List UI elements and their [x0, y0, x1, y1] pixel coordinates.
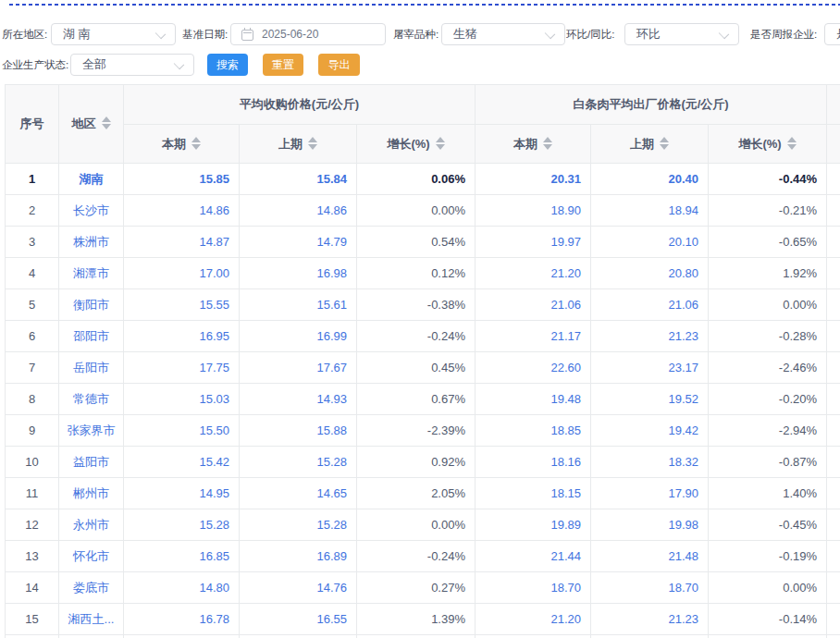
search-button[interactable]: 搜索 [207, 54, 248, 76]
phantom-cell [827, 635, 840, 638]
purchase-growth-value: -0.38% [357, 289, 476, 321]
sort-caret-icon[interactable] [308, 137, 317, 150]
variety-select[interactable]: 生猪 [441, 23, 565, 45]
purchase-previous-value: 14.86 [240, 195, 357, 227]
carcass-previous-value: 21.06 [591, 289, 709, 321]
region-link[interactable]: 湘潭市 [59, 258, 124, 289]
purchase-previous-value: 14.79 [240, 227, 357, 258]
region-select-value: 湖 南 [63, 27, 91, 41]
region-link[interactable]: 怀化市 [59, 541, 124, 572]
region-link[interactable]: 常德市 [59, 384, 124, 415]
region-link[interactable]: 益阳市 [59, 447, 124, 478]
phantom-cell [827, 572, 840, 604]
purchase-growth-value: 0.27% [357, 572, 476, 604]
purchase-previous-value: 14.76 [240, 572, 357, 604]
carcass-previous-value: 19.98 [591, 509, 709, 541]
sort-caret-icon[interactable] [191, 137, 201, 150]
region-link[interactable]: 郴州市 [59, 478, 124, 509]
purchase-current-value: 15.55 [124, 289, 240, 321]
carcass-previous-value: 18.32 [591, 447, 709, 478]
col-header-w-growth[interactable]: 增长(%) [709, 125, 827, 164]
carcass-current-value: 19.97 [476, 227, 591, 258]
phantom-cell [709, 635, 827, 638]
row-index: 14 [6, 572, 59, 604]
purchase-previous-value: 16.99 [240, 321, 357, 352]
region-link[interactable]: 湘西土... [59, 604, 124, 635]
carcass-growth-value: -0.21% [709, 195, 827, 227]
col-header-p-current[interactable]: 本期 [124, 125, 240, 164]
row-index: 5 [6, 289, 59, 321]
date-value: 2025-06-20 [262, 28, 318, 41]
carcass-current-value: 18.70 [476, 572, 591, 604]
region-link[interactable]: 娄底市 [59, 572, 124, 604]
region-link[interactable]: 邵阳市 [59, 321, 124, 352]
carcass-previous-value: 21.23 [591, 321, 709, 352]
col-header-region-label: 地区 [72, 117, 96, 130]
table-row: 2长沙市14.8614.860.00%18.9018.94-0.21% [6, 195, 840, 227]
col-header-index: 序号 [6, 85, 59, 164]
carcass-growth-value: -0.20% [709, 384, 827, 415]
purchase-previous-value: 15.28 [240, 447, 357, 478]
status-select-value: 全部 [82, 57, 106, 71]
carcass-growth-value: -2.94% [709, 415, 827, 447]
phantom-cell [827, 604, 840, 635]
chevron-down-icon [174, 59, 184, 69]
carcass-growth-value: 0.00% [709, 289, 827, 321]
purchase-current-value: 16.78 [124, 604, 240, 635]
region-link[interactable]: 株洲市 [59, 227, 124, 258]
compare-select[interactable]: 环比 [624, 23, 739, 45]
carcass-previous-value: 23.17 [591, 352, 709, 384]
row-index: 7 [6, 352, 59, 384]
purchase-current-value: 17.75 [124, 352, 240, 384]
export-button[interactable]: 导出 [318, 54, 360, 76]
date-input[interactable]: 2025-06-20 [230, 23, 386, 45]
purchase-current-value: 15.50 [124, 415, 240, 447]
table-body: 1湖南15.8515.840.06%20.3120.40-0.44%2长沙市14… [6, 164, 840, 638]
purchase-growth-value: 0.12% [357, 258, 476, 289]
sort-caret-icon[interactable] [436, 137, 445, 150]
purchase-previous-value: 15.61 [240, 289, 357, 321]
purchase-previous-value: 15.84 [240, 164, 357, 195]
purchase-current-value: 17.00 [124, 258, 240, 289]
status-select[interactable]: 全部 [70, 54, 194, 76]
carcass-previous-value: 21.23 [591, 604, 709, 635]
region-link[interactable]: 长沙市 [59, 195, 124, 227]
region-select[interactable]: 湖 南 [51, 23, 176, 45]
weekly-select[interactable]: 是 [824, 23, 840, 45]
group-header-purchase-price: 平均收购价格(元/公斤) [124, 85, 476, 125]
carcass-current-value: 19.89 [476, 509, 591, 541]
sort-caret-icon[interactable] [102, 117, 111, 129]
region-link[interactable]: 湖南 [59, 164, 124, 195]
region-link[interactable]: 衡阳市 [59, 289, 124, 321]
weekly-select-value: 是 [836, 27, 840, 41]
col-header-region[interactable]: 地区 [59, 85, 124, 164]
col-header-w-current[interactable]: 本期 [476, 125, 591, 164]
col-header-w-previous[interactable]: 上期 [591, 125, 709, 164]
carcass-current-value: 18.85 [476, 415, 591, 447]
purchase-growth-value: 0.45% [357, 352, 476, 384]
region-link[interactable]: 张家界市 [59, 415, 124, 447]
variety-label: 屠宰品种: [393, 23, 439, 45]
phantom-cell [6, 635, 59, 638]
region-link[interactable]: 岳阳市 [59, 352, 124, 384]
sort-caret-icon[interactable] [543, 137, 552, 150]
col-header-label: 上期 [278, 137, 303, 151]
purchase-current-value: 14.95 [124, 478, 240, 509]
region-link[interactable]: 永州市 [59, 509, 124, 541]
carcass-previous-value: 19.42 [591, 415, 709, 447]
table-row: 8常德市15.0314.930.67%19.4819.52-0.20% [6, 384, 840, 415]
phantom-cell [827, 509, 840, 541]
carcass-growth-value: -0.65% [709, 227, 827, 258]
carcass-current-value: 18.16 [476, 447, 591, 478]
sort-caret-icon[interactable] [787, 137, 797, 150]
phantom-cell [827, 447, 840, 478]
col-header-p-previous[interactable]: 上期 [240, 125, 357, 164]
carcass-growth-value: 0.00% [709, 572, 827, 604]
purchase-current-value: 15.85 [124, 164, 240, 195]
variety-select-value: 生猪 [453, 27, 477, 41]
table-row: 11郴州市14.9514.652.05%18.1517.901.40% [6, 478, 840, 509]
col-header-p-growth[interactable]: 增长(%) [357, 125, 476, 164]
sort-caret-icon[interactable] [660, 137, 669, 150]
reset-button[interactable]: 重置 [263, 54, 303, 76]
row-index: 2 [6, 195, 59, 227]
